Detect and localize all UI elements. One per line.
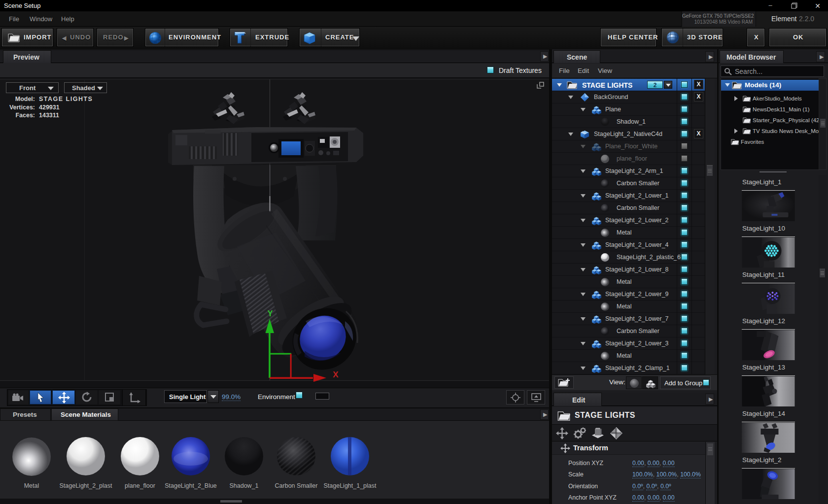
svg-text:X: X [333, 370, 339, 379]
svg-text:Y: Y [268, 309, 273, 318]
